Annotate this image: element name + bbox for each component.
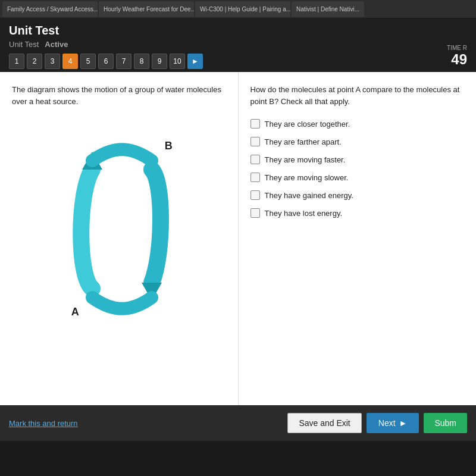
timer-value: 49 — [447, 51, 467, 68]
question-num-10[interactable]: 10 — [170, 54, 185, 69]
left-description: The diagram shows the motion of a group … — [12, 84, 226, 107]
content-area: The diagram shows the motion of a group … — [0, 72, 476, 405]
browser-tab-1[interactable]: Family Access / Skyward Access... — [2, 1, 98, 17]
question-num-2[interactable]: 2 — [27, 54, 42, 69]
browser-tab-4[interactable]: Nativist | Define Nativi... — [292, 1, 364, 17]
checkbox-5[interactable] — [250, 190, 260, 200]
submit-button[interactable]: Subm — [424, 413, 467, 433]
option-label-3: They are moving faster. — [265, 155, 346, 164]
option-label-1: They are closer together. — [265, 120, 350, 129]
option-label-5: They have gained energy. — [265, 191, 353, 200]
browser-tab-3[interactable]: Wi-C300 | Help Guide | Pairing a... — [195, 1, 290, 17]
checkbox-1[interactable] — [250, 119, 260, 129]
label-a: A — [71, 306, 79, 318]
checkbox-2[interactable] — [250, 137, 260, 146]
question-num-7[interactable]: 7 — [116, 54, 131, 69]
answer-question: How do the molecules at point A compare … — [250, 84, 465, 107]
next-question-arrow[interactable]: ► — [187, 54, 203, 69]
option-label-6: They have lost energy. — [265, 209, 343, 218]
timer-area: TIME R 49 — [447, 45, 467, 68]
question-navigation: 1 2 3 4 5 6 7 8 9 10 ► — [9, 54, 467, 69]
option-item-5: They have gained energy. — [250, 190, 465, 200]
browser-tabs-bar: Family Access / Skyward Access... Hourly… — [0, 0, 476, 18]
option-item-2: They are farther apart. — [250, 137, 465, 146]
test-subtitle-row: Unit Test Active — [9, 40, 467, 49]
question-num-3[interactable]: 3 — [45, 54, 60, 69]
label-b: B — [165, 140, 173, 152]
options-list: They are closer together. They are farth… — [250, 119, 465, 218]
test-title: Unit Test — [9, 24, 467, 37]
question-num-5[interactable]: 5 — [80, 54, 96, 69]
footer: Mark this and return Save and Exit Next … — [0, 405, 476, 441]
option-item-6: They have lost energy. — [250, 208, 465, 218]
checkbox-3[interactable] — [250, 155, 260, 164]
option-label-2: They are farther apart. — [265, 137, 342, 146]
question-num-1[interactable]: 1 — [9, 54, 24, 69]
question-num-4[interactable]: 4 — [62, 54, 78, 69]
option-item-4: They are moving slower. — [250, 173, 465, 182]
test-header: Unit Test Unit Test Active 1 2 3 4 5 6 7… — [0, 18, 476, 72]
footer-buttons: Save and Exit Next ► Subm — [287, 413, 467, 433]
subtitle-label: Unit Test — [9, 40, 39, 49]
question-num-8[interactable]: 8 — [134, 54, 149, 69]
next-button[interactable]: Next ► — [367, 413, 419, 433]
question-num-9[interactable]: 9 — [152, 54, 167, 69]
diagram-container: B A — [12, 116, 226, 342]
save-exit-button[interactable]: Save and Exit — [287, 413, 361, 433]
option-item-3: They are moving faster. — [250, 155, 465, 164]
option-label-4: They are moving slower. — [265, 173, 349, 182]
browser-tab-2[interactable]: Hourly Weather Forecast for Dee... — [99, 1, 194, 17]
option-item-1: They are closer together. — [250, 119, 465, 129]
next-label: Next — [378, 418, 396, 428]
convection-diagram: B A — [60, 134, 178, 324]
checkbox-6[interactable] — [250, 208, 260, 218]
left-panel: The diagram shows the motion of a group … — [0, 72, 239, 405]
convection-svg — [60, 134, 178, 324]
mark-return-link[interactable]: Mark this and return — [9, 419, 281, 428]
timer-label: TIME R — [447, 45, 467, 51]
checkbox-4[interactable] — [250, 173, 260, 182]
active-badge: Active — [45, 40, 68, 49]
next-arrow-icon: ► — [399, 418, 408, 428]
question-num-6[interactable]: 6 — [98, 54, 114, 69]
right-panel: How do the molecules at point A compare … — [239, 72, 477, 405]
